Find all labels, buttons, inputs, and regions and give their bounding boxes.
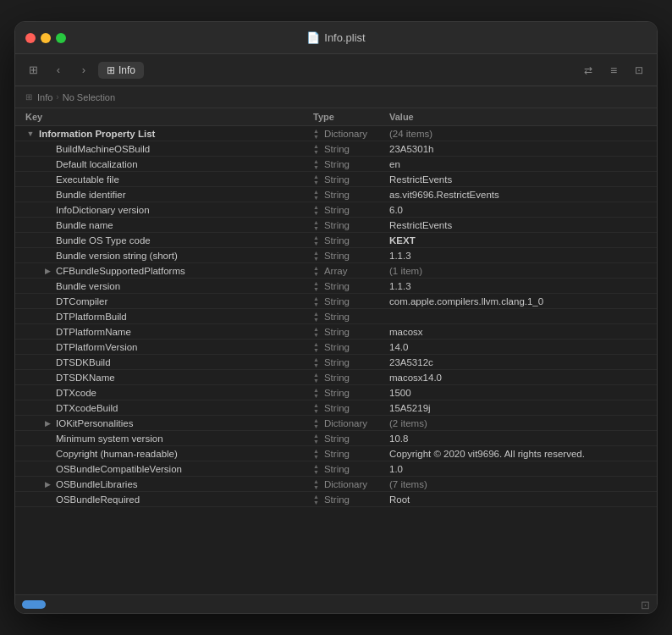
minimize-button[interactable] [41, 33, 51, 43]
type-label: String [324, 357, 350, 367]
table-row[interactable]: DTSDKBuild▲▼String23A5312c [15, 355, 657, 370]
type-stepper[interactable]: ▲▼ [313, 158, 319, 170]
type-stepper[interactable]: ▲▼ [313, 387, 319, 399]
maximize-button[interactable] [56, 33, 66, 43]
table-row[interactable]: InfoDictionary version▲▼String6.0 [15, 202, 657, 218]
type-cell: ▲▼Dictionary [313, 128, 389, 140]
type-label: Dictionary [324, 418, 367, 428]
breadcrumb-separator: › [56, 92, 58, 102]
type-label: Dictionary [324, 129, 367, 139]
key-label: DTCompiler [56, 296, 107, 306]
table-row[interactable]: BuildMachineOSBuild▲▼String23A5301h [15, 141, 657, 157]
table-row[interactable]: Default localization▲▼Stringen [15, 157, 657, 172]
type-cell: ▲▼String [313, 433, 389, 444]
table-row[interactable]: DTCompiler▲▼Stringcom.apple.compilers.ll… [15, 294, 657, 309]
type-stepper[interactable]: ▲▼ [313, 433, 319, 444]
type-stepper[interactable]: ▲▼ [313, 204, 319, 216]
table-row[interactable]: Bundle identifier▲▼Stringas.vit9696.Rest… [15, 187, 657, 202]
type-stepper[interactable]: ▲▼ [313, 265, 319, 277]
key-cell: DTSDKBuild [25, 356, 313, 368]
type-stepper[interactable]: ▲▼ [313, 235, 319, 246]
type-label: String [324, 388, 350, 398]
key-label: Minimum system version [56, 433, 163, 444]
value-cell: com.apple.compilers.llvm.clang.1_0 [389, 296, 647, 306]
type-stepper[interactable]: ▲▼ [313, 478, 319, 490]
info-tab[interactable]: ⊞ Info [98, 62, 144, 79]
breadcrumb-info[interactable]: Info [37, 92, 52, 102]
type-stepper[interactable]: ▲▼ [313, 372, 319, 384]
type-stepper[interactable]: ▲▼ [313, 250, 319, 262]
table-row[interactable]: ▶OSBundleLibraries▲▼Dictionary(7 items) [15, 477, 657, 492]
table-row[interactable]: DTXcode▲▼String1500 [15, 385, 657, 400]
table-row[interactable]: Minimum system version▲▼String10.8 [15, 431, 657, 446]
type-stepper[interactable]: ▲▼ [313, 356, 319, 368]
grid-view-button[interactable]: ⊞ [22, 61, 44, 80]
type-stepper[interactable]: ▲▼ [313, 417, 319, 429]
type-stepper[interactable]: ▲▼ [313, 219, 319, 231]
table-row[interactable]: OSBundleRequired▲▼StringRoot [15, 492, 657, 507]
expand-arrow-icon[interactable]: ▶ [42, 418, 52, 428]
type-label: Array [324, 266, 347, 276]
expand-arrow-icon[interactable]: ▶ [42, 266, 52, 276]
value-cell: as.vit9696.RestrictEvents [389, 190, 647, 200]
key-cell: Bundle name [25, 219, 313, 231]
type-stepper[interactable]: ▲▼ [313, 448, 319, 460]
key-label: DTPlatformBuild [56, 312, 127, 322]
type-stepper[interactable]: ▲▼ [313, 341, 319, 353]
type-stepper[interactable]: ▲▼ [313, 128, 319, 140]
table-body: ▼Information Property List▲▼Dictionary(2… [15, 126, 657, 594]
type-stepper[interactable]: ▲▼ [313, 326, 319, 338]
table-row[interactable]: OSBundleCompatibleVersion▲▼String1.0 [15, 461, 657, 477]
expand-arrow-icon[interactable]: ▶ [42, 479, 52, 489]
table-row[interactable]: Bundle version▲▼String1.1.3 [15, 279, 657, 294]
header-value: Value [389, 112, 647, 122]
close-button[interactable] [25, 33, 36, 43]
table-row[interactable]: Copyright (human-readable)▲▼StringCopyri… [15, 446, 657, 461]
type-stepper[interactable]: ▲▼ [313, 295, 319, 307]
table-row[interactable]: Executable file▲▼StringRestrictEvents [15, 172, 657, 187]
forward-button[interactable]: › [73, 61, 95, 80]
expand-arrow-icon[interactable]: ▼ [25, 129, 36, 139]
key-cell: Copyright (human-readable) [25, 448, 313, 460]
table-row[interactable]: DTPlatformVersion▲▼String14.0 [15, 340, 657, 355]
back-button[interactable]: ‹ [47, 61, 69, 80]
key-cell: ▶OSBundleLibraries [25, 478, 313, 490]
key-cell: ▼Information Property List [25, 128, 313, 140]
type-label: String [324, 449, 350, 459]
window-title: 📄 Info.plist [306, 31, 365, 44]
arrows-button[interactable]: ⇄ [577, 61, 599, 80]
table-row[interactable]: Bundle version string (short)▲▼String1.1… [15, 248, 657, 263]
type-cell: ▲▼String [313, 341, 389, 353]
type-stepper[interactable]: ▲▼ [313, 280, 319, 292]
type-stepper[interactable]: ▲▼ [313, 189, 319, 201]
type-stepper[interactable]: ▲▼ [313, 174, 319, 185]
table-row[interactable]: DTPlatformName▲▼Stringmacosx [15, 324, 657, 340]
key-label: IOKitPersonalities [56, 418, 133, 428]
type-cell: ▲▼String [313, 494, 389, 505]
type-label: Dictionary [324, 479, 367, 489]
type-stepper[interactable]: ▲▼ [313, 311, 319, 323]
type-cell: ▲▼String [313, 280, 389, 292]
type-label: String [324, 342, 350, 352]
type-cell: ▲▼String [313, 402, 389, 414]
type-stepper[interactable]: ▲▼ [313, 463, 319, 475]
table-row[interactable]: DTPlatformBuild▲▼String [15, 309, 657, 324]
table-row[interactable]: DTSDKName▲▼Stringmacosx14.0 [15, 370, 657, 385]
type-stepper[interactable]: ▲▼ [313, 143, 319, 155]
key-label: Bundle OS Type code [56, 235, 151, 246]
table-row[interactable]: DTXcodeBuild▲▼String15A5219j [15, 400, 657, 416]
type-cell: ▲▼String [313, 463, 389, 475]
table-row[interactable]: ▶CFBundleSupportedPlatforms▲▼Array(1 ite… [15, 263, 657, 279]
list-button[interactable]: ≡ [603, 61, 625, 80]
table-row[interactable]: Bundle OS Type code▲▼StringKEXT [15, 233, 657, 248]
type-stepper[interactable]: ▲▼ [313, 402, 319, 414]
table-row[interactable]: Bundle name▲▼StringRestrictEvents [15, 218, 657, 233]
breadcrumb-selection[interactable]: No Selection [63, 92, 115, 102]
key-cell: DTPlatformBuild [25, 311, 313, 323]
table-row[interactable]: ▼Information Property List▲▼Dictionary(2… [15, 126, 657, 141]
table-row[interactable]: ▶IOKitPersonalities▲▼Dictionary(2 items) [15, 416, 657, 431]
square-button[interactable]: ⊡ [628, 61, 650, 80]
value-cell: Root [389, 494, 647, 505]
type-stepper[interactable]: ▲▼ [313, 494, 319, 505]
type-cell: ▲▼String [313, 189, 389, 201]
